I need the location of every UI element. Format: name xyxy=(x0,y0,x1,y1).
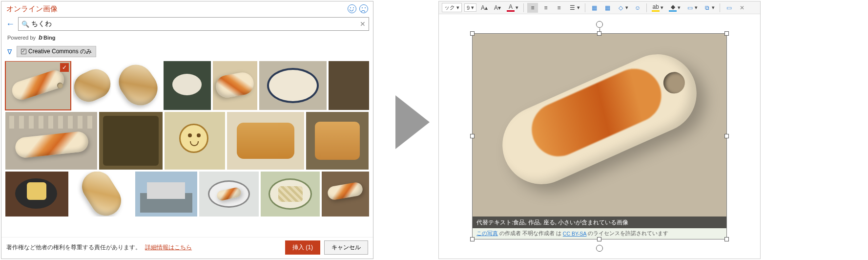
result-thumb-selected[interactable]: ✓ xyxy=(5,61,71,110)
resize-handle[interactable] xyxy=(470,31,475,36)
chikuwa-rendering xyxy=(490,42,709,197)
rotate-handle-top[interactable] xyxy=(596,21,603,28)
results-row-3 xyxy=(5,172,369,217)
attribution-suffix: のライセンスを許諾されています xyxy=(588,230,668,237)
fill-icon: ◆ xyxy=(669,4,677,12)
arrange-icon: ⧉ xyxy=(703,4,711,12)
attribution-photo-link[interactable]: この写真 xyxy=(476,230,498,237)
result-thumb[interactable] xyxy=(199,172,258,217)
separator xyxy=(523,3,524,12)
result-thumb[interactable] xyxy=(164,61,211,110)
insert-online-picture-button[interactable]: ▦ xyxy=(602,3,613,13)
search-box[interactable]: 🔍 ✕ xyxy=(18,17,369,31)
bullets-icon: ☰ xyxy=(568,4,576,12)
online-picture-icon: ▦ xyxy=(603,4,611,12)
arrange-button[interactable]: ⧉▾ xyxy=(702,3,716,13)
resize-handle[interactable] xyxy=(470,237,475,241)
insert-shape-button[interactable]: ◇▾ xyxy=(615,3,630,13)
ribbon-toolbar: ック ▾ 9 ▾ A▴ A▾ A▾ ≡ ≡ ≡ ☰▾ ▦ ▦ ◇▾ ☺ ab▾ … xyxy=(439,1,760,14)
font-size-dropdown[interactable]: 9 ▾ xyxy=(464,3,476,12)
font-name-value: ック xyxy=(444,4,455,11)
insert-button[interactable]: 挿入 (1) xyxy=(285,240,320,255)
shape-icon: ◇ xyxy=(617,4,624,12)
delete-icon: ✕ xyxy=(738,4,746,12)
align-center-button[interactable]: ≡ xyxy=(540,3,551,13)
font-color-icon: A xyxy=(507,4,515,12)
result-thumb[interactable] xyxy=(5,112,97,170)
separator xyxy=(585,3,585,12)
result-thumb[interactable] xyxy=(329,61,369,110)
caption-button[interactable]: ▭ xyxy=(723,3,734,13)
rotate-handle-bottom[interactable] xyxy=(596,245,603,252)
cancel-button[interactable]: キャンセル xyxy=(324,240,368,255)
inserted-image[interactable]: 代替テキスト: 食品, 作品, 座る, 小さいが含まれている画像 この写真 の作… xyxy=(473,34,726,239)
document-editor: ック ▾ 9 ▾ A▴ A▾ A▾ ≡ ≡ ≡ ☰▾ ▦ ▦ ◇▾ ☺ ab▾ … xyxy=(438,1,761,259)
delete-button[interactable]: ✕ xyxy=(737,3,747,13)
result-thumb[interactable] xyxy=(165,112,225,170)
font-color-button[interactable]: A▾ xyxy=(505,3,520,13)
line-icon: ▭ xyxy=(686,4,694,12)
result-thumb[interactable] xyxy=(5,172,68,217)
align-left-button[interactable]: ≡ xyxy=(527,3,538,13)
resize-handle[interactable] xyxy=(724,237,729,241)
cc-filter-label: Creative Commons のみ xyxy=(28,47,92,56)
powered-by-row: Powered by b Bing xyxy=(1,33,373,44)
attribution-mid: の作成者 不明な作成者 は xyxy=(499,230,561,237)
bing-b-icon: b xyxy=(39,34,42,41)
cc-only-filter[interactable]: Creative Commons のみ xyxy=(17,46,96,57)
resize-handle[interactable] xyxy=(597,237,601,241)
result-thumb[interactable] xyxy=(113,61,162,110)
highlight-button[interactable]: ab▾ xyxy=(650,3,665,13)
result-thumb[interactable] xyxy=(306,112,369,170)
grow-font-button[interactable]: A▴ xyxy=(479,3,490,13)
align-left-icon: ≡ xyxy=(529,4,537,12)
font-name-dropdown[interactable]: ック ▾ xyxy=(442,3,462,12)
result-thumb[interactable] xyxy=(73,61,111,110)
alt-text-value: 食品, 作品, 座る, 小さいが含まれている画像 xyxy=(513,218,628,227)
powered-by-label: Powered by xyxy=(7,35,36,41)
insert-picture-button[interactable]: ▦ xyxy=(589,3,599,13)
result-thumb[interactable] xyxy=(70,172,133,217)
caption-icon: ▭ xyxy=(725,4,733,12)
resize-handle[interactable] xyxy=(470,134,475,138)
dialog-title: オンライン画像 xyxy=(6,4,348,14)
result-thumb[interactable] xyxy=(261,172,320,217)
resize-handle[interactable] xyxy=(724,31,729,36)
grow-font-icon: A▴ xyxy=(480,4,488,12)
online-pictures-dialog: オンライン画像 ← 🔍 ✕ Powered by b Bing ∇ Creati… xyxy=(1,1,373,259)
clear-search-icon[interactable]: ✕ xyxy=(360,20,366,28)
resize-handle[interactable] xyxy=(597,31,601,36)
insert-icon-button[interactable]: ☺ xyxy=(632,3,643,13)
alt-text-overlay: 代替テキスト: 食品, 作品, 座る, 小さいが含まれている画像 xyxy=(473,217,726,228)
align-right-button[interactable]: ≡ xyxy=(554,3,564,13)
separator xyxy=(646,3,647,12)
icons-icon: ☺ xyxy=(634,4,641,12)
result-thumb[interactable] xyxy=(322,172,369,217)
copyright-text: 著作権など他者の権利を尊重する責任があります。 xyxy=(6,244,141,251)
checkmark-icon xyxy=(21,49,26,54)
feedback-sad-icon[interactable] xyxy=(359,4,368,13)
result-thumb[interactable] xyxy=(227,112,304,170)
results-grid: ✓ xyxy=(1,61,373,237)
selected-check-icon: ✓ xyxy=(60,63,69,72)
back-button[interactable]: ← xyxy=(5,19,15,29)
chevron-down-icon: ▾ xyxy=(471,4,474,11)
shrink-font-button[interactable]: A▾ xyxy=(492,3,503,13)
result-thumb[interactable] xyxy=(99,112,163,170)
align-center-icon: ≡ xyxy=(542,4,550,12)
separator xyxy=(720,3,720,12)
line-color-button[interactable]: ▭▾ xyxy=(684,3,699,13)
search-input[interactable] xyxy=(31,20,360,28)
bullets-button[interactable]: ☰▾ xyxy=(567,3,581,13)
filter-icon[interactable]: ∇ xyxy=(7,48,12,56)
resize-handle[interactable] xyxy=(724,134,729,138)
document-canvas[interactable]: 代替テキスト: 食品, 作品, 座る, 小さいが含まれている画像 この写真 の作… xyxy=(439,14,760,259)
more-info-link[interactable]: 詳細情報はこちら xyxy=(145,244,192,251)
highlight-icon: ab xyxy=(652,4,660,12)
result-thumb[interactable] xyxy=(135,172,197,217)
fill-color-button[interactable]: ◆▾ xyxy=(667,3,682,13)
result-thumb[interactable] xyxy=(213,61,257,110)
attribution-license-link[interactable]: CC BY-SA xyxy=(563,231,587,237)
result-thumb[interactable] xyxy=(259,61,327,110)
feedback-smile-icon[interactable] xyxy=(348,4,356,13)
